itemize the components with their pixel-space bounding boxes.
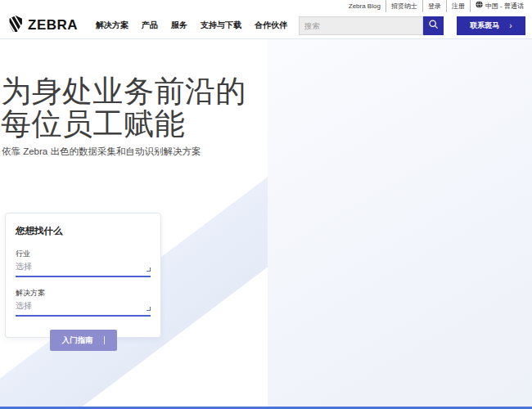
search-input[interactable] (299, 16, 423, 35)
getting-started-button[interactable]: 入门指南 (50, 330, 117, 351)
zebra-head-icon (8, 15, 25, 36)
utility-link-zebra-blog[interactable]: Zebra Blog (344, 0, 385, 12)
finder-card: 您想找什么 行业 选择 解决方案 选择 入门指南 (5, 213, 161, 338)
utility-link-login[interactable]: 登录 (422, 0, 446, 12)
locale-selector[interactable]: 中国 - 普通话 (470, 0, 529, 12)
nav-item-partners[interactable]: 合作伙伴 (255, 20, 287, 31)
nav-item-solutions[interactable]: 解决方案 (96, 20, 128, 31)
industry-select[interactable]: 行业 选择 (16, 249, 151, 277)
nav-item-services[interactable]: 服务 (171, 20, 187, 31)
industry-select-value: 选择 (16, 261, 32, 272)
solution-select-label: 解决方案 (16, 288, 151, 299)
nav-item-support-downloads[interactable]: 支持与下载 (201, 20, 241, 31)
dropdown-corner-icon (147, 267, 151, 272)
hero-title: 为身处业务前沿的 每位员工赋能 (1, 75, 246, 141)
utility-bar: Zebra Blog 招贤纳士 登录 注册 中国 - 普通话 (0, 0, 532, 12)
contact-button[interactable]: 联系斑马 › (457, 16, 525, 35)
utility-link-register[interactable]: 注册 (446, 0, 470, 12)
industry-select-label: 行业 (16, 249, 151, 259)
finder-card-title: 您想找什么 (16, 225, 151, 237)
search-box (299, 16, 444, 35)
zebra-logo[interactable]: ZEBRA (8, 15, 78, 36)
main-nav: 解决方案 产品 服务 支持与下载 合作伙伴 (89, 20, 294, 31)
button-divider (104, 336, 105, 344)
main-header: ZEBRA 解决方案 产品 服务 支持与下载 合作伙伴 联系斑马 › (0, 12, 532, 39)
search-icon (428, 19, 439, 32)
hero-subtitle: 依靠 Zebra 出色的数据采集和自动识别解决方案 (2, 146, 201, 158)
search-button[interactable] (423, 16, 444, 35)
hero-title-line2: 每位员工赋能 (1, 108, 246, 141)
globe-icon (476, 0, 483, 12)
contact-button-label: 联系斑马 (470, 20, 499, 31)
locale-label: 中国 - 普通话 (485, 0, 524, 12)
chevron-right-icon: › (509, 21, 512, 30)
hero-section: 为身处业务前沿的 每位员工赋能 依靠 Zebra 出色的数据采集和自动识别解决方… (0, 39, 532, 407)
dropdown-corner-icon (147, 307, 151, 311)
getting-started-button-label: 入门指南 (62, 335, 93, 346)
hero-title-line1: 为身处业务前沿的 (1, 75, 246, 108)
solution-select-value: 选择 (16, 300, 32, 312)
zebra-homepage: Zebra Blog 招贤纳士 登录 注册 中国 - 普通话 (0, 0, 532, 409)
solution-select[interactable]: 解决方案 选择 (16, 288, 151, 317)
hero-right-panel (268, 39, 532, 407)
utility-link-careers[interactable]: 招贤纳士 (385, 0, 422, 12)
logo-wordmark: ZEBRA (28, 17, 78, 34)
nav-item-products[interactable]: 产品 (142, 20, 158, 31)
